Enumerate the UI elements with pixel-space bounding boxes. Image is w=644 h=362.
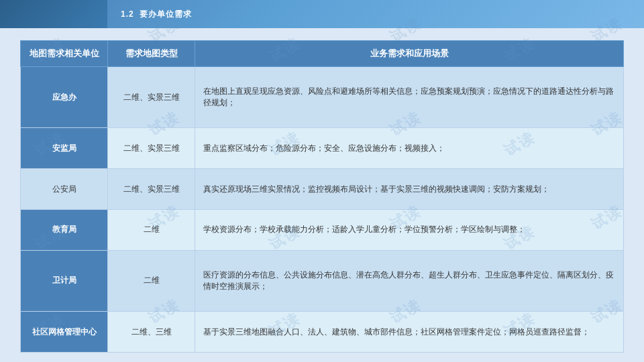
col-header-business: 业务需求和应用场景 [195,41,624,67]
col-header-type: 需求地图类型 [108,41,195,67]
table-row: 卫计局二维医疗资源的分布信息、公共设施分布信息、潜在高危人群分布、超生人群分布、… [21,250,624,311]
cell-unit: 卫计局 [21,250,108,311]
cell-business: 重点监察区域分布；危险源分布；安全、应急设施分布；视频接入； [195,128,624,169]
cell-business: 基于实景三维地图融合人口、法人、建筑物、城市部件信息；社区网格管理案件定位；网格… [195,312,624,353]
cell-business: 在地图上直观呈现应急资源、风险点和避难场所等相关信息；应急预案规划预演；应急情况… [195,67,624,128]
table-row: 公安局二维、实景三维真实还原现场三维实景情况；监控视频布局设计；基于实景三维的视… [21,169,624,210]
cell-unit: 教育局 [21,209,108,250]
cell-business: 学校资源分布；学校承载能力分析；适龄入学儿童分析；学位预警分析；学区绘制与调整； [195,209,624,250]
cell-type: 二维 [108,250,195,311]
cell-business: 真实还原现场三维实景情况；监控视频布局设计；基于实景三维的视频快速调阅；安防方案… [195,169,624,210]
cell-type: 二维 [108,209,195,250]
cell-type: 二维、三维 [108,312,195,353]
table-row: 安监局二维、实景三维重点监察区域分布；危险源分布；安全、应急设施分布；视频接入； [21,128,624,169]
top-header: 1.2 要办单位需求 [0,0,644,28]
section-title: 1.2 要办单位需求 [121,9,192,20]
requirements-table: 地图需求相关单位 需求地图类型 业务需求和应用场景 应急办二维、实景三维在地图上… [20,40,624,353]
cell-business: 医疗资源的分布信息、公共设施分布信息、潜在高危人群分布、超生人群分布、卫生应急事… [195,250,624,311]
table-row: 应急办二维、实景三维在地图上直观呈现应急资源、风险点和避难场所等相关信息；应急预… [21,67,624,128]
page-container: 1.2 要办单位需求 地图需求相关单位 需求地图类型 业务需求和应用场景 应急办… [0,0,644,362]
col-header-unit: 地图需求相关单位 [21,41,108,67]
cell-unit: 应急办 [21,67,108,128]
cell-unit: 安监局 [21,128,108,169]
cell-unit: 社区网格管理中心 [21,312,108,353]
cell-type: 二维、实景三维 [108,169,195,210]
cell-type: 二维、实景三维 [108,67,195,128]
table-row: 教育局二维学校资源分布；学校承载能力分析；适龄入学儿童分析；学位预警分析；学区绘… [21,209,624,250]
main-content: 地图需求相关单位 需求地图类型 业务需求和应用场景 应急办二维、实景三维在地图上… [0,28,644,362]
cell-unit: 公安局 [21,169,108,210]
table-header-row: 地图需求相关单位 需求地图类型 业务需求和应用场景 [21,41,624,67]
diagonal-accent [0,0,107,28]
cell-type: 二维、实景三维 [108,128,195,169]
table-row: 社区网格管理中心二维、三维基于实景三维地图融合人口、法人、建筑物、城市部件信息；… [21,312,624,353]
